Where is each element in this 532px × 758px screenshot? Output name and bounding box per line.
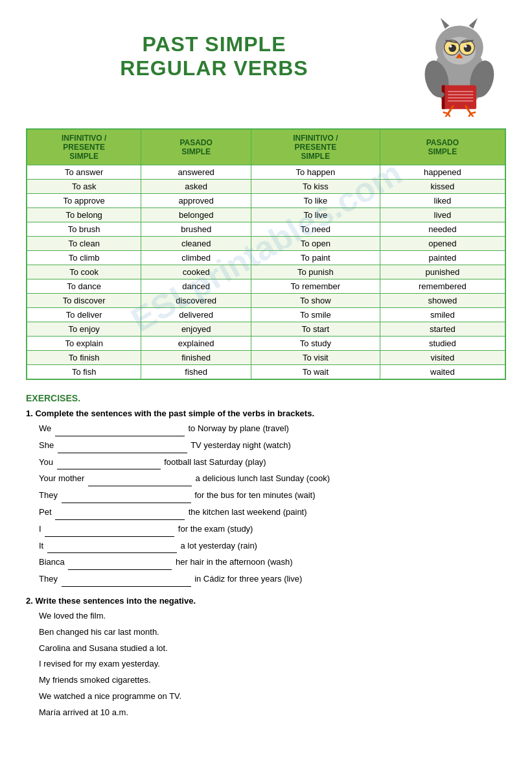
exercise1-line: You football last Saturday (play) [39,456,506,470]
exercise1-line: Your mother a delicious lunch last Sunda… [39,472,506,486]
table-cell: To visit [251,351,380,365]
table-cell: To show [251,294,380,308]
table-cell: asked [141,180,251,194]
table-cell: showed [380,294,505,308]
table-cell: To enjoy [27,322,141,337]
table-cell: finished [141,351,251,365]
table-cell: To kiss [251,180,380,194]
table-row: To enjoyenjoyedTo startstarted [27,322,505,337]
table-cell: To dance [27,279,141,294]
table-cell: happened [380,165,505,180]
exercise1-line: Bianca her hair in the afternoon (wash) [39,556,506,570]
exercises-section: EXERCISES. 1. Complete the sentences wit… [26,393,506,720]
table-cell: cleaned [141,237,251,251]
table-cell: cooked [141,265,251,279]
table-cell: To like [251,194,380,208]
header-section: PAST SIMPLE REGULAR VERBS [26,13,506,117]
svg-line-32 [468,113,470,117]
table-row: To approveapprovedTo likeliked [27,194,505,208]
col-header-past1: PASADOSIMPLE [141,129,251,165]
exercise2-instruction: 2. Write these sentences into the negati… [26,596,506,606]
table-cell: To ask [27,180,141,194]
table-cell: To belong [27,208,141,222]
table-row: To askaskedTo kisskissed [27,180,505,194]
table-cell: To fish [27,365,141,380]
table-row: To discoverdiscoveredTo showshowed [27,294,505,308]
exercises-title: EXERCISES. [26,393,506,403]
table-cell: answered [141,165,251,180]
svg-rect-18 [442,86,476,110]
exercise2-sentences: We loved the film.Ben changed his car la… [39,610,506,720]
table-cell: To climb [27,251,141,265]
table-cell: To deliver [27,308,141,322]
table-row: To deliverdeliveredTo smilesmiled [27,308,505,322]
table-cell: studied [380,337,505,351]
table-cell: smiled [380,308,505,322]
table-row: To climbclimbedTo paintpainted [27,251,505,265]
table-cell: climbed [141,251,251,265]
table-cell: waited [380,365,505,380]
exercise2-line: Ben changed his car last month. [39,626,506,639]
exercise1-line: They in Cádiz for three years (live) [39,573,506,587]
table-cell: fished [141,365,251,380]
col-header-inf1: INFINITIVO /PRESENTESIMPLE [27,129,141,165]
table-row: To finishfinishedTo visitvisited [27,351,505,365]
table-row: To dancedancedTo rememberremembered [27,279,505,294]
svg-point-12 [465,45,467,47]
table-cell: opened [380,237,505,251]
table-cell: kissed [380,180,505,194]
exercise2-line: We loved the film. [39,610,506,623]
owl-container [402,13,506,117]
table-cell: danced [141,279,251,294]
exercise1-instruction: 1. Complete the sentences with the past … [26,409,506,418]
table-cell: To open [251,237,380,251]
svg-marker-3 [468,18,478,29]
table-cell: belonged [141,208,251,222]
table-cell: To clean [27,237,141,251]
table-cell: visited [380,351,505,365]
table-cell: To study [251,337,380,351]
table-cell: punished [380,265,505,279]
table-cell: To wait [251,365,380,380]
main-title-line1: PAST SIMPLE [26,32,402,56]
table-cell: To discover [27,294,141,308]
table-cell: needed [380,222,505,237]
exercise1-line: They for the bus for ten minutes (wait) [39,489,506,503]
table-cell: remembered [380,279,505,294]
exercise2-line: We watched a nice programme on TV. [39,690,506,704]
table-cell: started [380,322,505,337]
main-title-line2: REGULAR VERBS [26,56,402,80]
table-header-row: INFINITIVO /PRESENTESIMPLE PASADOSIMPLE … [27,129,505,165]
table-cell: To explain [27,337,141,351]
exercise1-line: Pet the kitchen last weekend (paint) [39,506,506,520]
table-row: To cookcookedTo punishpunished [27,265,505,279]
exercise1-line: It a lot yesterday (rain) [39,539,506,554]
exercise2-line: María arrived at 10 a.m. [39,706,506,720]
svg-line-28 [448,113,450,117]
table-cell: To finish [27,351,141,365]
table-row: To belongbelongedTo livelived [27,208,505,222]
exercise1-line: We to Norway by plane (travel) [39,422,506,436]
table-row: To explainexplainedTo studystudied [27,337,505,351]
table-cell: To remember [251,279,380,294]
table-cell: discovered [141,294,251,308]
col-header-past2: PASADOSIMPLE [380,129,505,165]
table-cell: enjoyed [141,322,251,337]
table-row: To fishfishedTo waitwaited [27,365,505,380]
table-cell: To brush [27,222,141,237]
table-cell: To cook [27,265,141,279]
exercise1-sentences: We to Norway by plane (travel)She TV yes… [39,422,506,587]
table-cell: To paint [251,251,380,265]
svg-rect-19 [442,86,445,110]
svg-marker-2 [441,18,450,29]
exercise1-line: I for the exam (study) [39,523,506,537]
table-cell: explained [141,337,251,351]
table-cell: approved [141,194,251,208]
table-cell: To punish [251,265,380,279]
table-row: To brushbrushedTo needneeded [27,222,505,237]
table-cell: To answer [27,165,141,180]
exercise2-line: My friends smoked cigarettes. [39,674,506,687]
table-row: To cleancleanedTo openopened [27,237,505,251]
table-cell: delivered [141,308,251,322]
owl-illustration [409,13,506,117]
